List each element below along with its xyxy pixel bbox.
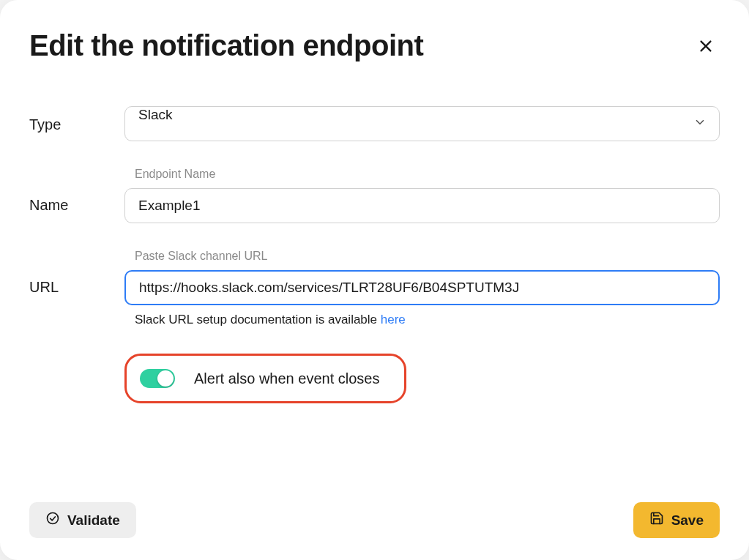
url-help-prefix: Slack URL setup documentation is availab… [135,313,381,326]
url-help-link[interactable]: here [381,313,406,326]
modal-header: Edit the notification endpoint [29,29,720,62]
alert-toggle-label: Alert also when event closes [194,370,379,387]
save-button[interactable]: Save [633,502,720,538]
toggle-knob [157,370,174,387]
close-button[interactable] [692,32,720,62]
type-row: Type Slack [29,106,720,141]
validate-label: Validate [67,512,120,529]
type-select-wrap: Slack [124,106,720,141]
type-select[interactable]: Slack [124,106,720,141]
alert-toggle-highlight: Alert also when event closes [124,354,406,403]
endpoint-form: Type Slack Name Endpoint Name [29,106,720,502]
alert-toggle-row: Alert also when event closes [124,354,720,403]
name-row: Name Endpoint Name [29,168,720,223]
modal-footer: Validate Save [29,502,720,538]
url-label: URL [29,250,124,296]
url-input[interactable] [124,270,720,305]
name-hint: Endpoint Name [135,168,720,181]
svg-point-2 [48,513,59,524]
save-label: Save [671,512,704,529]
validate-button[interactable]: Validate [29,502,136,538]
alert-toggle[interactable] [140,369,175,388]
url-hint: Paste Slack channel URL [135,250,720,263]
type-label: Type [29,106,124,133]
name-label: Name [29,168,124,214]
url-help-text: Slack URL setup documentation is availab… [135,313,720,327]
close-icon [698,45,714,56]
url-row: URL Paste Slack channel URL Slack URL se… [29,250,720,327]
check-circle-icon [45,511,60,529]
modal-title: Edit the notification endpoint [29,29,423,62]
save-icon [649,511,664,529]
name-input[interactable] [124,188,720,223]
edit-endpoint-modal: Edit the notification endpoint Type Slac… [0,0,749,560]
